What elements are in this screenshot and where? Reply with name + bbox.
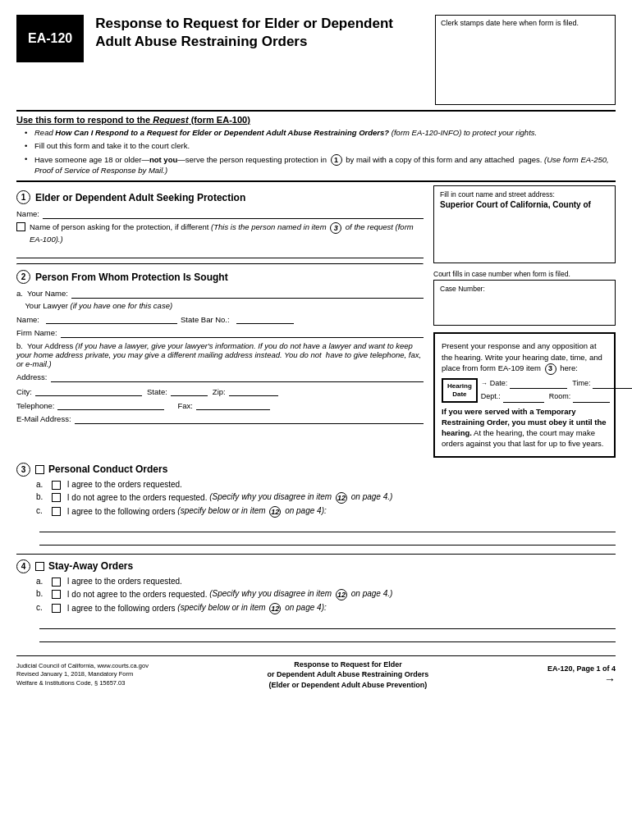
section1-blank-line — [16, 247, 424, 258]
hearing-intro: Present your response and any opposition… — [442, 340, 607, 374]
header-divider — [16, 110, 616, 112]
form-title-text: Response to Request for Elder or Depende… — [95, 15, 424, 51]
city-field[interactable] — [35, 385, 142, 396]
section3-title: Personal Conduct Orders — [48, 463, 167, 475]
state-field[interactable] — [171, 385, 208, 396]
hearing-box: Present your response and any opposition… — [433, 332, 616, 457]
city-state-zip-row: City: State: Zip: — [16, 385, 424, 396]
address-field[interactable] — [51, 371, 424, 382]
section3: 3 Personal Conduct Orders a. I agree to … — [16, 463, 616, 546]
s3b-text: I do not agree to the orders requested. … — [65, 492, 392, 504]
address-row: Address: — [16, 371, 424, 382]
address-label: Address: — [16, 372, 48, 382]
header: EA-120 Response to Request for Elder or … — [16, 15, 616, 105]
hearing-dept-label: Dept.: — [481, 391, 501, 403]
hearing-room-label: Room: — [549, 391, 571, 403]
tel-label: Telephone: — [16, 401, 54, 410]
lawyer-name-field[interactable] — [46, 313, 177, 324]
tel-field[interactable] — [57, 399, 164, 410]
fax-field[interactable] — [196, 399, 270, 410]
form-title: Response to Request for Elder or Depende… — [95, 15, 424, 51]
main-divider — [16, 180, 616, 182]
section3-c: c. I agree to the following orders (spec… — [36, 506, 616, 518]
statebar-field[interactable] — [236, 313, 294, 324]
section4-checkbox[interactable] — [35, 562, 44, 571]
s4-blank2 — [39, 631, 616, 642]
hearing-warning: If you were served with a Temporary Rest… — [442, 406, 607, 450]
city-label: City: — [16, 387, 32, 396]
section3-a: a. I agree to the orders requested. — [36, 480, 616, 490]
court-info-fill-label: Fill in court name and street address: — [440, 190, 609, 199]
footer-arrow: → — [547, 673, 616, 686]
s4b-label: b. — [36, 589, 48, 598]
s4a-label: a. — [36, 577, 48, 586]
s4b-checkbox[interactable] — [52, 590, 61, 599]
hearing-dept-field[interactable] — [503, 393, 544, 403]
hearing-date-field[interactable] — [510, 379, 567, 389]
section4-items: a. I agree to the orders requested. b. I… — [16, 577, 616, 614]
section1-title: Elder or Dependent Adult Seeking Protect… — [35, 192, 245, 203]
s4b-text: I do not agree to the orders requested. … — [65, 589, 392, 600]
section4: 4 Stay-Away Orders a. I agree to the ord… — [16, 559, 616, 642]
footer-line3: Welfare & Institutions Code, § 15657.03 — [16, 679, 149, 688]
section1-name-row: Name: — [16, 208, 424, 219]
section2-title: Person From Whom Protection Is Sought — [35, 272, 228, 283]
court-address-space[interactable] — [440, 209, 609, 258]
footer-center-line1: Response to Request for Elder — [268, 660, 429, 670]
section4-a: a. I agree to the orders requested. — [36, 577, 616, 587]
s3b-checkbox[interactable] — [52, 493, 61, 502]
case-num-box: Case Number: — [433, 280, 616, 326]
section3-checkbox[interactable] — [35, 465, 44, 474]
s3c-checkbox[interactable] — [52, 507, 61, 516]
s3b-label: b. — [36, 492, 48, 501]
name-field[interactable] — [43, 208, 424, 219]
section3-bottom-divider — [16, 554, 616, 555]
hearing-room-field[interactable] — [573, 393, 610, 403]
instruction-1: Read How Can I Respond to a Request for … — [25, 128, 616, 139]
address-block: b. Your Address (If you have a lawyer, g… — [16, 341, 424, 368]
form-id-label: EA-120 — [28, 31, 72, 46]
lawyer-name-label: Name: — [16, 315, 39, 324]
footer-line2: Revised January 1, 2018, Mandatory Form — [16, 670, 149, 679]
email-label: E-Mail Address: — [16, 413, 71, 424]
section2: 2 Person From Whom Protection Is Sought … — [16, 270, 424, 424]
firm-name-field[interactable] — [61, 326, 424, 338]
footer-center-line2: or Dependent Adult Abuse Restraining Ord… — [268, 669, 429, 680]
court-name: Superior Court of California, County of — [440, 200, 609, 209]
s3a-checkbox[interactable] — [52, 481, 61, 490]
clerk-stamp-box: Clerk stamps date here when form is file… — [435, 15, 616, 105]
s4c-checkbox[interactable] — [52, 604, 61, 613]
hearing-time-field[interactable] — [593, 379, 632, 389]
use-form-title: Use this form to respond to the Request … — [16, 115, 616, 125]
form-id-box: EA-120 — [16, 15, 84, 62]
s3a-label: a. — [36, 480, 48, 489]
instructions-list: Read How Can I Respond to a Request for … — [16, 128, 616, 176]
section3-header: 3 Personal Conduct Orders — [16, 463, 616, 477]
tel-fax-row: Telephone: Fax: — [16, 399, 424, 410]
instruction-3: Have someone age 18 or older—not you—ser… — [25, 154, 616, 176]
firm-label: Firm Name: — [16, 327, 57, 338]
main-columns: 1 Elder or Dependent Adult Seeking Prote… — [16, 185, 616, 457]
section1-checkbox[interactable] — [16, 222, 25, 231]
section4-c: c. I agree to the following orders (spec… — [36, 603, 616, 614]
s4a-checkbox[interactable] — [52, 578, 61, 587]
zip-label: Zip: — [213, 387, 226, 396]
section3-lines — [16, 521, 616, 546]
s3c-label: c. — [36, 506, 48, 515]
s4a-text: I agree to the orders requested. — [65, 577, 182, 586]
section3-b: b. I do not agree to the orders requeste… — [36, 492, 616, 504]
footer-line1: Judicial Council of California, www.cour… — [16, 662, 149, 671]
hearing-label-line2: Date — [452, 390, 466, 399]
clerk-stamp-label: Clerk stamps date here when form is file… — [441, 19, 579, 27]
case-num-field[interactable] — [440, 294, 609, 321]
section1-header: 1 Elder or Dependent Adult Seeking Prote… — [16, 190, 424, 204]
left-column: 1 Elder or Dependent Adult Seeking Prote… — [16, 185, 433, 457]
footer-right: EA-120, Page 1 of 4 → — [547, 664, 616, 686]
right-column: Fill in court name and street address: S… — [433, 185, 616, 457]
section1-number: 1 — [16, 190, 30, 204]
zip-field[interactable] — [229, 385, 278, 396]
hearing-date-row: Hearing Date → Date: Time: Dept.: — [442, 378, 607, 403]
your-name-field[interactable] — [71, 287, 424, 299]
email-field[interactable] — [75, 413, 424, 424]
footer-right-form-id: EA-120, Page 1 of 4 — [547, 664, 616, 673]
